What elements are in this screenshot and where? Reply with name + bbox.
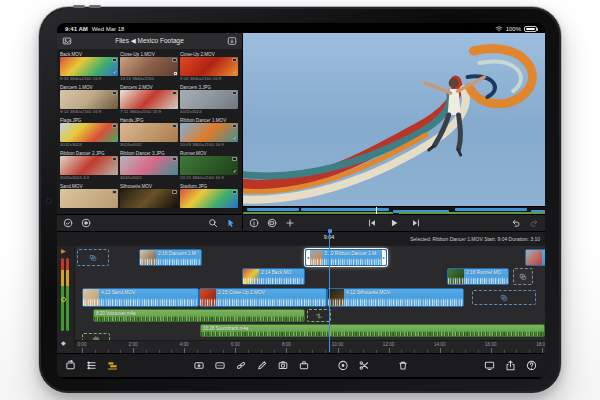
keyframe-icon[interactable]: ◆ [61,340,66,346]
ruler-label: 4:00 [180,342,189,347]
media-item-ribbon-dancer-3-jpg[interactable]: Ribbon Dancer 3.JPG4032x3024 [120,150,178,181]
media-item-name: Back.MOV [60,52,82,57]
skip-fwd-icon[interactable] [411,218,421,228]
media-item-ribbon-dancer-1-mov[interactable]: Ribbon Dancer 1.MOV✓20:03 3840x2160 16:9 [180,117,238,148]
media-item-name: Sand.MOV [60,184,82,189]
redo-icon[interactable] [529,218,539,228]
media-item-name: Ribbon Dancer 2.JPG [60,151,105,156]
plus-icon[interactable] [285,218,295,228]
clip-dancers-1-m[interactable]: 2:16 Dancers 1.M [139,249,202,266]
media-item-silhouette-mov[interactable]: Silhouette.MOV [120,183,178,214]
display-icon[interactable] [484,360,495,371]
media-item-name: Close-Up 2.MOV [180,52,215,57]
clip-rotate-icon[interactable] [65,360,76,371]
clip-sand-mov[interactable]: 4:23 Sand.MOV [82,288,199,307]
link-icon[interactable] [236,360,247,371]
timeline-header[interactable]: 9:04 Selected: Ribbon Dancer 1.MOV Start… [57,231,545,246]
snapshot-icon[interactable] [278,360,289,371]
poster-icon[interactable] [267,218,277,228]
layers-icon[interactable] [107,360,118,371]
search-icon[interactable] [208,218,218,228]
tracks-icon[interactable] [86,360,97,371]
timeline-ruler[interactable]: 0:002:004:006:008:0010:0012:0014:0016:00… [75,340,545,353]
record-icon[interactable] [81,218,91,228]
share-icon[interactable] [505,360,516,371]
clip-dashed-audio[interactable] [307,309,331,322]
add-marker-icon[interactable] [338,360,349,371]
clip-silhouette-mov[interactable]: 4:12 Silhouette.MOV [327,288,464,307]
trash-icon[interactable] [398,360,409,371]
media-item-runner-mov[interactable]: Runner.MOV✓20:15 3840x2160 16:9 [180,150,238,181]
media-item-flags-jpg[interactable]: Flags.JPG4032x3024 [60,117,118,148]
media-item-dancers-2-mov[interactable]: Dancers 2.MOV✓7:11 3840x2160 16:9 [120,84,178,115]
clip-waveform [448,277,508,284]
clip-close-up-2-mov[interactable]: 2:15 Close-Up 2.MOV [199,288,327,307]
video-preview[interactable] [243,33,545,206]
trim-handle-right[interactable]: ▸ [382,250,386,265]
clip-ghost[interactable] [513,268,533,285]
split-icon[interactable] [359,360,370,371]
play-icon[interactable] [389,218,399,228]
clip-dashed-video[interactable] [472,290,536,305]
timeline-tracks[interactable]: 2:16 Dancers 1.M3:10 Ribbon Dancer 1.M◂▸… [75,246,545,353]
clip-back-mo[interactable]: 2:14 Back.MO [242,268,305,285]
media-item-ribbon-dancer-2-jpg[interactable]: Ribbon Dancer 2.JPG4032x3024 4:3 [60,150,118,181]
media-item-name: Ribbon Dancer 3.JPG [120,151,165,156]
trim-handle-left[interactable]: ◂ [306,250,310,265]
photos-icon[interactable] [62,36,72,46]
clip-runner-mo[interactable]: 2:16 Runner.MO [447,268,509,285]
media-type-icon [172,190,177,194]
media-item-meta: 9:03 3840x2160 16:9 [180,76,238,82]
volume-down-button[interactable] [89,5,101,8]
media-item-stadium-jpg[interactable]: Stadium.JPG [180,183,238,214]
media-item-back-mov[interactable]: Back.MOV✓8:33 3840x2160 16:9 [60,51,118,82]
info-icon[interactable] [249,218,259,228]
clip-dashed-video[interactable] [77,249,109,266]
media-item-meta: 9:14 3840x2160 16:9 [60,109,118,115]
media-item-dancers-1-mov[interactable]: Dancers 1.MOV✓9:14 3840x2160 16:9 [60,84,118,115]
scrubber-playhead[interactable] [376,207,377,214]
media-item-close-up-2-mov[interactable]: Close-Up 2.MOV✓9:03 3840x2160 16:9 [180,51,238,82]
import-icon[interactable] [227,36,237,46]
check-circle-icon[interactable] [63,218,73,228]
front-camera [47,199,51,203]
toolbox-icon[interactable] [299,360,310,371]
bottom-toolbar [57,353,545,377]
media-thumbnail: ✓ [180,123,238,142]
preview-scrubber[interactable] [243,206,545,214]
clip-soundtrack-m4a[interactable]: 16:28 Soundtrack.m4a [200,324,545,337]
help-icon[interactable] [526,360,537,371]
pencil-icon[interactable] [257,360,268,371]
undo-icon[interactable] [511,218,521,228]
selection-info: Selected: Ribbon Dancer 1.MOV Start: 9:0… [410,236,540,242]
media-item-dancers-3-jpg[interactable]: Dancers 3.JPG4032x3024 [180,84,238,115]
clip-ribbon-dancer-1-m[interactable]: 3:10 Ribbon Dancer 1.M◂▸▶ [305,249,387,266]
media-item-hands-jpg[interactable]: Hands.JPG3024x4032 [120,117,178,148]
scrubber-video-segment [247,208,299,211]
media-type-icon [232,190,237,194]
clip-voiceover-m4a[interactable]: 8:20 Voiceover.m4a [93,309,305,322]
status-date: Wed Mar 18 [92,26,125,32]
skip-back-icon[interactable] [367,218,377,228]
library-breadcrumb[interactable]: Files ◀ Mexico Footage [76,37,223,45]
media-item-sand-mov[interactable]: Sand.MOV [60,183,118,214]
used-check-icon: ✓ [233,136,237,141]
app-screen: 9:41 AMWed Mar 18 100% Files [57,23,545,379]
volume-up-button[interactable] [73,5,85,8]
clip-label: 2:14 Back.MO [259,269,304,275]
media-item-close-up-1-mov[interactable]: Close-Up 1.MOV18:16 3840x2160 [120,51,178,82]
scrubber-video-segment [455,208,527,211]
media-item-name: Ribbon Dancer 1.MOV [180,118,226,123]
media-type-icon [172,91,177,95]
clip-label: 2:16 Runner.MO [464,269,508,275]
insert-icon[interactable] [215,360,226,371]
overwrite-icon[interactable] [194,360,205,371]
select-box-icon [174,72,178,76]
media-item-name: Dancers 1.MOV [60,85,93,90]
audio-meter-left [61,258,64,331]
pointer-icon[interactable] [226,218,236,228]
media-item-meta: 4032x3024 4:3 [60,175,118,181]
playhead[interactable] [329,232,330,352]
used-check-icon: ✓ [113,103,117,108]
clip-video[interactable] [525,249,545,266]
